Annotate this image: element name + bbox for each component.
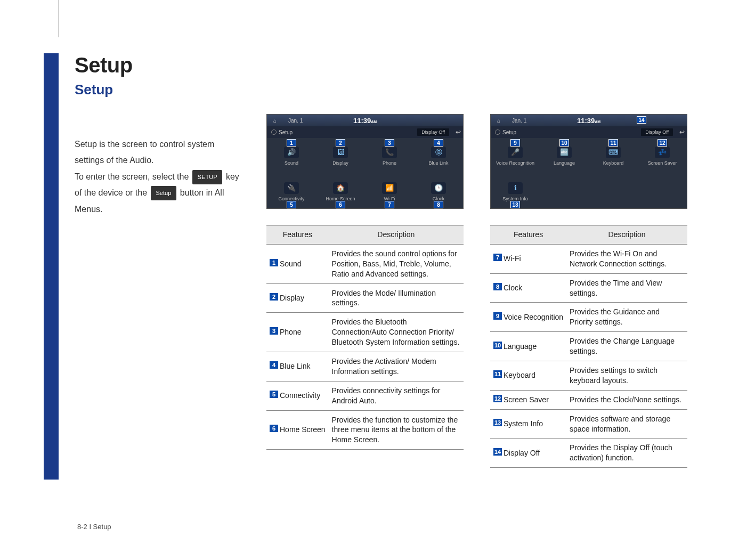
callout-badge: 4 — [270, 361, 278, 369]
feature-description: Provides settings to switch keyboard lay… — [566, 361, 687, 391]
status-bar: ⌂ Jan. 1 11:39AM — [267, 115, 463, 126]
col-features: Features — [490, 225, 566, 245]
callout-num: 12 — [657, 139, 667, 147]
callout-num: 6 — [336, 201, 345, 208]
setup-item-screen-saver[interactable]: 12💤Screen Saver — [638, 138, 687, 174]
feature-name: Screen Saver — [504, 395, 549, 404]
intro-paragraph-1: Setup is the screen to control system se… — [75, 136, 245, 169]
empty-cell — [638, 174, 687, 209]
callout-badge: 7 — [493, 254, 502, 261]
setup-item-display[interactable]: 2🖼Display — [316, 138, 365, 174]
callout-num: 2 — [336, 139, 345, 147]
back-button[interactable]: ↩ — [456, 128, 461, 136]
chapter-title: Setup — [75, 53, 714, 77]
setup-hardkey-label: SETUP — [192, 170, 223, 184]
setup-item-system-info[interactable]: 13ℹSystem Info — [491, 174, 540, 209]
feature-name: Display Off — [504, 449, 540, 457]
display-off-button[interactable]: Display Off — [417, 128, 449, 136]
setup-item-home-screen[interactable]: 6🏠Home Screen — [316, 174, 365, 209]
setup-item-language[interactable]: 10🔤Language — [540, 138, 589, 174]
feature-description: Provides the Time and View settings. — [566, 273, 687, 303]
feature-cell: 1Sound — [266, 244, 329, 283]
feature-cell: 9Voice Recognition — [490, 303, 566, 332]
language-icon: 🔤 — [557, 147, 572, 158]
feature-cell: 14Display Off — [490, 439, 566, 468]
setup-grid-1: 1🔊Sound2🖼Display3📞Phone4ⒷBlue Link5🔌Conn… — [267, 138, 463, 209]
table-row: 11KeyboardProvides settings to switch ke… — [490, 361, 687, 391]
connectivity-icon: 🔌 — [284, 182, 299, 194]
callout-badge: 9 — [493, 312, 502, 320]
feature-cell: 3Phone — [266, 313, 329, 352]
feature-name: Home Screen — [280, 425, 326, 434]
voice-recognition-icon: 🎤 — [508, 147, 523, 158]
setup-screenshot-2: ⌂ Jan. 1 11:39AM 14 Setup Display Off — [490, 114, 687, 209]
setup-item-wi-fi[interactable]: 7📶Wi-Fi — [365, 174, 414, 209]
callout-badge: 3 — [270, 327, 278, 335]
feature-cell: 10Language — [490, 332, 566, 361]
feature-cell: 11Keyboard — [490, 361, 566, 391]
callout-num: 9 — [510, 139, 520, 147]
setup-item-label: Keyboard — [603, 160, 624, 166]
screen-title: Setup — [495, 129, 516, 135]
home-icon[interactable]: ⌂ — [495, 117, 502, 124]
screen-title: Setup — [271, 129, 293, 135]
feature-description: Provides the Mode/ Illumination settings… — [329, 283, 464, 313]
time-ampm: AM — [371, 120, 377, 124]
table-row: 13System InfoProvides software and stora… — [490, 409, 687, 439]
back-button[interactable]: ↩ — [679, 128, 685, 136]
callout-badge: 8 — [493, 283, 502, 290]
chapter-tab — [44, 53, 59, 480]
setup-item-keyboard[interactable]: 11⌨Keyboard — [589, 138, 638, 174]
setup-item-clock[interactable]: 8🕒Clock — [414, 174, 463, 209]
table-row: 14Display OffProvides the Display Off (t… — [490, 439, 687, 468]
callout-num: 1 — [287, 139, 296, 147]
feature-name: Language — [504, 342, 537, 351]
time-value: 11:39 — [353, 117, 371, 125]
home-icon[interactable]: ⌂ — [271, 117, 279, 124]
feature-name: System Info — [504, 419, 543, 428]
home-screen-icon: 🏠 — [333, 182, 348, 194]
callout-num: 7 — [385, 201, 394, 208]
callout-badge: 1 — [270, 259, 278, 266]
setup-item-label: Display — [332, 160, 348, 166]
status-date: Jan. 1 — [288, 118, 303, 124]
display-off-button[interactable]: Display Off — [641, 128, 673, 136]
feature-description: Provides software and storage space info… — [566, 409, 687, 439]
page-footer: 8-2 I Setup — [77, 523, 111, 531]
setup-item-connectivity[interactable]: 5🔌Connectivity — [267, 174, 316, 209]
table-row: 3PhoneProvides the Bluetooth Connection/… — [266, 313, 464, 352]
feature-name: Sound — [280, 259, 301, 268]
feature-description: Provides the Guidance and Priority setti… — [566, 303, 687, 332]
col-description: Description — [329, 225, 464, 245]
callout-badge: 2 — [270, 293, 278, 301]
setup-item-blue-link[interactable]: 4ⒷBlue Link — [414, 138, 463, 174]
callout-badge: 11 — [493, 370, 502, 378]
callout-num: 4 — [434, 139, 443, 147]
keyboard-icon: ⌨ — [606, 147, 621, 158]
setup-item-label: Blue Link — [428, 160, 448, 166]
callout-num: 8 — [434, 201, 443, 208]
setup-item-label: Wi-Fi — [384, 196, 395, 201]
setup-item-voice-recognition[interactable]: 9🎤Voice Recognition — [491, 138, 540, 174]
system-info-icon: ℹ — [508, 182, 523, 194]
feature-name: Phone — [280, 328, 301, 336]
feature-cell: 12Screen Saver — [490, 390, 566, 409]
sound-icon: 🔊 — [284, 147, 299, 158]
status-time: 11:39AM — [577, 117, 600, 125]
setup-screenshot-1: ⌂ Jan. 1 11:39AM Setup Display Off ↩ — [266, 114, 464, 209]
callout-badge: 12 — [493, 395, 502, 402]
callout-badge: 10 — [493, 342, 502, 349]
feature-cell: 4Blue Link — [266, 352, 329, 382]
setup-item-label: System Info — [502, 196, 528, 201]
setup-item-phone[interactable]: 3📞Phone — [365, 138, 414, 174]
table-row: 1SoundProvides the sound control options… — [266, 244, 464, 283]
setup-item-sound[interactable]: 1🔊Sound — [267, 138, 316, 174]
feature-description: Provides the Bluetooth Connection/Auto C… — [329, 313, 464, 352]
status-time: 11:39AM — [353, 117, 377, 125]
callout-num: 10 — [559, 139, 569, 147]
feature-name: Keyboard — [504, 371, 535, 379]
setup-item-label: Language — [554, 160, 575, 166]
col-description: Description — [566, 225, 687, 245]
time-value: 11:39 — [577, 117, 595, 125]
intro-text: To enter the screen, select the — [75, 172, 191, 181]
